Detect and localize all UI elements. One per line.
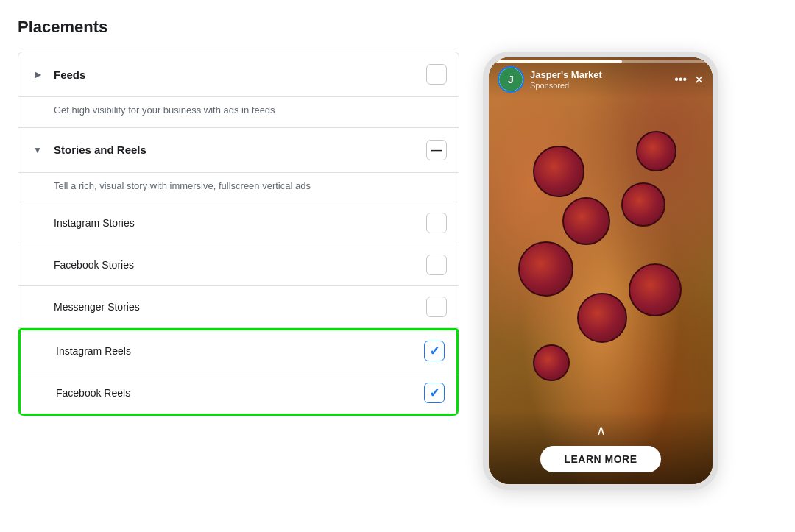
main-layout: ▶ Feeds Get high visibility for your bus…	[18, 52, 777, 490]
story-progress-fill	[495, 60, 622, 63]
fig-4	[621, 182, 665, 227]
facebook-reels-checkmark: ✓	[429, 385, 440, 401]
feeds-chevron[interactable]: ▶	[30, 67, 45, 82]
phone-screen: J Jasper's Market Sponsored ••• ✕ ∧ LEAR…	[489, 57, 713, 484]
facebook-reels-checkbox[interactable]: ✓	[424, 383, 445, 403]
instagram-stories-checkbox[interactable]	[426, 213, 447, 233]
instagram-stories-label: Instagram Stories	[54, 217, 426, 229]
page-title: Placements	[18, 18, 777, 37]
stories-reels-header: ▼ Stories and Reels	[18, 128, 459, 173]
instagram-reels-checkmark: ✓	[429, 343, 440, 359]
stories-reels-chevron[interactable]: ▼	[30, 143, 45, 157]
feeds-description: Get high visibility for your business wi…	[18, 97, 459, 127]
sponsored-label: Sponsored	[530, 81, 602, 90]
story-actions: ••• ✕	[674, 73, 704, 87]
fig-6	[636, 131, 676, 171]
phone-mockup: J Jasper's Market Sponsored ••• ✕ ∧ LEAR…	[483, 52, 718, 490]
fig-8	[533, 344, 570, 381]
instagram-stories-item: Instagram Stories	[18, 202, 459, 244]
messenger-stories-label: Messenger Stories	[54, 301, 426, 313]
messenger-stories-item: Messenger Stories	[18, 286, 459, 328]
feeds-header: ▶ Feeds	[18, 52, 459, 97]
stories-reels-section: ▼ Stories and Reels Tell a rich, visual …	[18, 127, 459, 417]
story-bottom-bar: ∧ LEARN MORE	[489, 411, 713, 484]
avatar-letter: J	[499, 68, 523, 91]
fig-7	[629, 263, 682, 316]
advertiser-info: Jasper's Market Sponsored	[530, 69, 602, 90]
instagram-reels-label: Instagram Reels	[56, 345, 424, 357]
close-icon[interactable]: ✕	[694, 73, 704, 87]
fig-3	[518, 241, 573, 297]
advertiser-avatar: J	[498, 66, 524, 93]
fig-2	[562, 197, 610, 245]
stories-reels-description: Tell a rich, visual story with immersive…	[18, 173, 459, 203]
feeds-title: Feeds	[54, 68, 426, 81]
facebook-stories-item: Facebook Stories	[18, 244, 459, 286]
fig-1	[533, 146, 584, 197]
story-top-bar: J Jasper's Market Sponsored ••• ✕	[489, 57, 713, 99]
facebook-reels-label: Facebook Reels	[56, 387, 424, 399]
feeds-section: ▶ Feeds Get high visibility for your bus…	[18, 52, 459, 127]
facebook-reels-item: Facebook Reels ✓	[21, 372, 456, 414]
advertiser-name: Jasper's Market	[530, 69, 602, 81]
swipe-up-icon: ∧	[596, 422, 606, 439]
story-progress-bar	[495, 60, 707, 63]
placements-panel: ▶ Feeds Get high visibility for your bus…	[18, 52, 459, 416]
stories-reels-title: Stories and Reels	[54, 143, 426, 156]
facebook-stories-checkbox[interactable]	[426, 255, 447, 275]
instagram-reels-item: Instagram Reels ✓	[21, 330, 456, 372]
facebook-stories-label: Facebook Stories	[54, 259, 426, 271]
fig-5	[577, 293, 627, 343]
messenger-stories-checkbox[interactable]	[426, 297, 447, 317]
stories-reels-checkbox[interactable]	[426, 140, 447, 160]
more-options-icon[interactable]: •••	[674, 73, 687, 86]
reels-highlighted-group: Instagram Reels ✓ Facebook Reels ✓	[18, 328, 459, 416]
instagram-reels-checkbox[interactable]: ✓	[424, 341, 445, 361]
cta-button[interactable]: LEARN MORE	[540, 446, 660, 472]
feeds-checkbox[interactable]	[426, 64, 447, 85]
